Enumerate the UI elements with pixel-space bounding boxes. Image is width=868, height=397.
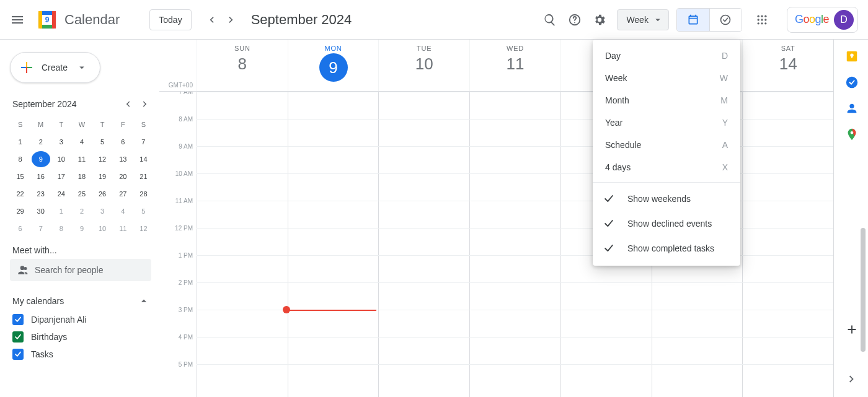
day-column[interactable] <box>197 92 288 397</box>
mini-day[interactable]: 23 <box>32 186 50 202</box>
my-calendars-toggle[interactable]: My calendars <box>7 291 156 311</box>
mini-day[interactable]: 30 <box>32 203 50 219</box>
google-apps-button[interactable] <box>750 7 774 32</box>
contacts-app-icon[interactable] <box>845 102 857 114</box>
view-option[interactable]: 4 daysX <box>593 156 740 178</box>
view-toggle[interactable]: Show declined events <box>593 211 740 236</box>
prev-period-button[interactable] <box>202 10 221 30</box>
day-column[interactable] <box>378 92 469 397</box>
mini-day[interactable]: 7 <box>32 220 50 237</box>
mini-day[interactable]: 4 <box>113 203 132 219</box>
mini-day[interactable]: 27 <box>113 186 132 202</box>
day-column[interactable] <box>469 92 560 397</box>
view-option[interactable]: WeekW <box>593 67 740 89</box>
day-number[interactable]: 14 <box>779 55 797 74</box>
mini-day[interactable]: 13 <box>113 151 132 167</box>
mini-day[interactable]: 9 <box>73 220 91 237</box>
mini-day[interactable]: 22 <box>11 186 30 202</box>
tasks-panel-toggle[interactable] <box>709 9 742 31</box>
mini-day[interactable]: 6 <box>11 220 30 237</box>
day-column[interactable] <box>742 92 833 397</box>
mini-prev-month[interactable] <box>119 95 136 113</box>
mini-day[interactable]: 4 <box>73 134 91 150</box>
mini-day[interactable]: 24 <box>52 186 71 202</box>
day-header[interactable]: WED11 <box>469 40 560 91</box>
calendar-panel-toggle[interactable] <box>677 9 709 31</box>
mini-day[interactable]: 8 <box>11 151 30 167</box>
chevron-right-icon <box>140 98 151 110</box>
mini-day[interactable]: 15 <box>11 168 30 185</box>
google-account-chip[interactable]: Google D <box>787 7 858 33</box>
calendar-item[interactable]: Birthdays <box>7 328 156 346</box>
view-option[interactable]: YearY <box>593 111 740 134</box>
support-button[interactable] <box>562 7 587 32</box>
day-number[interactable]: 10 <box>415 55 433 74</box>
view-selector[interactable]: Week <box>617 9 669 30</box>
view-option[interactable]: DayD <box>593 45 740 67</box>
mini-day[interactable]: 11 <box>113 220 132 237</box>
mini-day[interactable]: 3 <box>93 203 112 219</box>
next-period-button[interactable] <box>221 10 241 30</box>
mini-day[interactable]: 21 <box>134 168 153 185</box>
mini-day[interactable]: 17 <box>52 168 71 185</box>
gear-icon <box>593 13 606 27</box>
calendar-checkbox[interactable] <box>12 349 24 360</box>
mini-day[interactable]: 10 <box>52 151 71 167</box>
mini-day[interactable]: 2 <box>32 134 50 150</box>
keep-app-icon[interactable] <box>845 50 857 62</box>
day-header[interactable]: SAT14 <box>742 40 833 91</box>
mini-day[interactable]: 19 <box>93 168 112 185</box>
mini-day[interactable]: 1 <box>52 203 71 219</box>
mini-day[interactable]: 5 <box>93 134 112 150</box>
mini-day[interactable]: 8 <box>52 220 71 237</box>
mini-day[interactable]: 29 <box>11 203 30 219</box>
mini-day[interactable]: 18 <box>73 168 91 185</box>
calendar-item[interactable]: Tasks <box>7 346 156 363</box>
mini-day[interactable]: 3 <box>52 134 71 150</box>
mini-day[interactable]: 20 <box>113 168 132 185</box>
mini-calendar[interactable]: SMTWTFS123456789101112131415161718192021… <box>7 116 156 237</box>
search-people-input[interactable]: Search for people <box>10 259 151 281</box>
day-number[interactable]: 11 <box>507 55 525 74</box>
day-number[interactable]: 8 <box>238 55 247 74</box>
day-number[interactable]: 9 <box>319 53 348 82</box>
create-button[interactable]: Create <box>10 52 100 83</box>
mini-day[interactable]: 14 <box>134 151 153 167</box>
mini-day[interactable]: 9 <box>32 151 50 167</box>
today-button[interactable]: Today <box>149 9 191 30</box>
mini-day[interactable]: 10 <box>93 220 112 237</box>
tasks-app-icon[interactable] <box>845 76 857 88</box>
day-header[interactable]: TUE10 <box>378 40 469 91</box>
mini-day[interactable]: 25 <box>73 186 91 202</box>
account-avatar[interactable]: D <box>834 10 854 30</box>
calendar-item[interactable]: Dipanjenah Ali <box>7 311 156 328</box>
search-button[interactable] <box>538 7 562 32</box>
calendar-checkbox[interactable] <box>12 314 24 325</box>
day-column[interactable] <box>288 92 379 397</box>
view-toggle[interactable]: Show completed tasks <box>593 236 740 261</box>
mini-day[interactable]: 5 <box>134 203 153 219</box>
view-option[interactable]: MonthM <box>593 89 740 111</box>
view-toggle[interactable]: Show weekends <box>593 186 740 211</box>
mini-day[interactable]: 11 <box>73 151 91 167</box>
mini-day[interactable]: 12 <box>93 151 112 167</box>
view-option-label: 4 days <box>605 162 631 172</box>
mini-day[interactable]: 16 <box>32 168 50 185</box>
maps-app-icon[interactable] <box>845 128 857 140</box>
settings-button[interactable] <box>587 7 612 32</box>
day-header[interactable]: MON9 <box>288 40 379 91</box>
mini-day[interactable]: 1 <box>11 134 30 150</box>
mini-day[interactable]: 12 <box>134 220 153 237</box>
mini-day[interactable]: 6 <box>113 134 132 150</box>
mini-day[interactable]: 28 <box>134 186 153 202</box>
get-addons-button[interactable] <box>845 323 857 335</box>
mini-day[interactable]: 2 <box>73 203 91 219</box>
mini-day[interactable]: 7 <box>134 134 153 150</box>
view-option[interactable]: ScheduleA <box>593 134 740 156</box>
calendar-checkbox[interactable] <box>12 331 24 342</box>
mini-next-month[interactable] <box>136 95 154 113</box>
main-menu-button[interactable] <box>5 7 30 32</box>
collapse-side-panel[interactable] <box>845 372 857 385</box>
day-header[interactable]: SUN8 <box>197 40 288 91</box>
mini-day[interactable]: 26 <box>93 186 112 202</box>
